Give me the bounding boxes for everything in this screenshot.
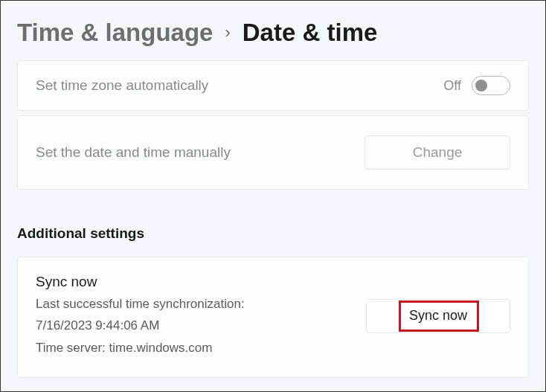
- additional-settings-heading: Additional settings: [17, 225, 529, 242]
- change-button[interactable]: Change: [364, 135, 510, 170]
- sync-last-value: 7/16/2023 9:44:06 AM: [36, 316, 245, 335]
- toggle-knob: [475, 80, 487, 91]
- timezone-card: Set time zone automatically Off: [17, 60, 529, 111]
- manual-datetime-label: Set the date and time manually: [36, 144, 231, 161]
- manual-datetime-card: Set the date and time manually Change: [17, 115, 529, 190]
- timezone-toggle-state: Off: [443, 78, 461, 94]
- sync-now-button[interactable]: Sync now: [366, 299, 510, 333]
- timezone-toggle[interactable]: [472, 76, 510, 95]
- timezone-auto-label: Set time zone automatically: [36, 77, 208, 94]
- sync-card: Sync now Last successful time synchroniz…: [17, 257, 529, 378]
- breadcrumb-current: Date & time: [243, 19, 378, 47]
- sync-last-label: Last successful time synchronization:: [36, 295, 245, 314]
- sync-title: Sync now: [36, 274, 245, 290]
- breadcrumb: Time & language › Date & time: [1, 1, 545, 60]
- chevron-right-icon: ›: [225, 23, 230, 42]
- breadcrumb-parent[interactable]: Time & language: [17, 19, 213, 47]
- sync-server: Time server: time.windows.com: [36, 338, 245, 358]
